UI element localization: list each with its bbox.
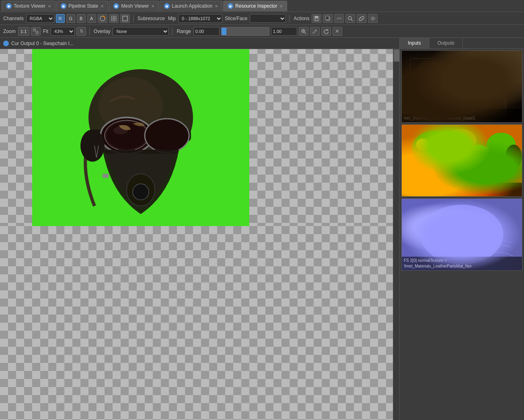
svg-point-59 bbox=[416, 139, 429, 151]
svg-point-62 bbox=[443, 159, 468, 178]
slice-face-label: Slice/Face bbox=[224, 16, 248, 21]
tab-launch-application[interactable]: ▣ Launch Application ✕ bbox=[160, 1, 222, 11]
color-picker-button[interactable] bbox=[310, 27, 320, 36]
svg-point-46 bbox=[425, 78, 462, 110]
tab-label-texture-viewer: Texture Viewer bbox=[14, 3, 45, 9]
mip-label: Mip bbox=[167, 16, 177, 21]
svg-point-11 bbox=[348, 16, 351, 20]
range-min-input[interactable] bbox=[193, 27, 220, 36]
tab-icon-mesh-viewer: ▣ bbox=[113, 3, 119, 9]
reset-button[interactable] bbox=[321, 27, 331, 36]
svg-point-52 bbox=[458, 144, 495, 176]
tab-outputs[interactable]: Outputs bbox=[429, 38, 463, 48]
texture-item-normal[interactable]: FS 2[0] normalTexture = !lmet_Materials_… bbox=[401, 198, 522, 271]
svg-rect-1 bbox=[111, 16, 113, 18]
svg-point-44 bbox=[462, 89, 508, 116]
right-panel: Inputs Outputs bbox=[399, 38, 524, 420]
settings-button[interactable] bbox=[368, 14, 378, 23]
roughness-slot: FS 1[0] bbox=[404, 184, 417, 189]
tab-label-mesh-viewer: Mesh Viewer bbox=[121, 3, 149, 9]
svg-rect-3 bbox=[111, 19, 113, 21]
hue-circle-button[interactable] bbox=[98, 14, 107, 23]
tab-close-resource-inspector[interactable]: ✕ bbox=[279, 4, 283, 8]
svg-line-23 bbox=[316, 30, 316, 31]
channel-a-button[interactable]: A bbox=[87, 14, 96, 23]
save-button[interactable] bbox=[312, 14, 321, 23]
slice-face-select[interactable] bbox=[250, 14, 286, 23]
roughness-texture-viz bbox=[402, 125, 522, 196]
scrollbar-thumb[interactable] bbox=[394, 49, 399, 62]
svg-point-58 bbox=[497, 161, 522, 192]
tab-resource-inspector[interactable]: ▣ Resource Inspector ✕ bbox=[223, 1, 287, 11]
svg-point-41 bbox=[427, 69, 477, 113]
zoom-updown-button[interactable]: ⇅ bbox=[76, 27, 86, 36]
svg-point-61 bbox=[488, 156, 498, 165]
svg-point-37 bbox=[80, 130, 105, 162]
tab-close-texture-viewer[interactable]: ✕ bbox=[48, 4, 51, 8]
normal-slot: FS 2[0] bbox=[404, 258, 417, 263]
separator4 bbox=[172, 27, 173, 35]
zoom-1-1-button[interactable]: 1:1 bbox=[18, 27, 29, 36]
channels-select[interactable]: RGBA bbox=[26, 14, 54, 23]
tab-inputs[interactable]: Inputs bbox=[400, 38, 429, 48]
tab-bar: ▣ Texture Viewer ✕ ▣ Pipeline State ✕ ▣ … bbox=[0, 0, 524, 12]
subresource-label: Subresource bbox=[137, 16, 166, 21]
roughness-texture-label: FS 1[0] roughnessTexture = Materials_Lea… bbox=[402, 183, 522, 196]
tab-close-mesh-viewer[interactable]: ✕ bbox=[151, 4, 154, 8]
fit-button[interactable] bbox=[31, 27, 41, 36]
tab-mesh-viewer[interactable]: ▣ Mesh Viewer ✕ bbox=[109, 1, 159, 11]
zoom-percent-select[interactable]: 43% 25% 50% 100% bbox=[51, 27, 75, 36]
svg-rect-10 bbox=[325, 16, 329, 20]
channels-label: Channels bbox=[2, 16, 25, 21]
code-view-button[interactable]: </> bbox=[334, 14, 344, 23]
tab-pipeline-state[interactable]: ▣ Pipeline State ✕ bbox=[56, 1, 108, 11]
zoom-in-button[interactable] bbox=[299, 27, 308, 36]
svg-point-53 bbox=[410, 163, 443, 190]
grid-pattern-button[interactable] bbox=[109, 14, 119, 23]
viewport-scrollbar[interactable] bbox=[393, 49, 399, 420]
link-button[interactable] bbox=[357, 14, 366, 23]
tab-texture-viewer[interactable]: ▣ Texture Viewer ✕ bbox=[2, 1, 55, 11]
svg-point-42 bbox=[472, 55, 514, 86]
svg-point-67 bbox=[447, 211, 489, 243]
diffuse-filename: met_Materials_LeatherPartsMat_BaseC bbox=[404, 116, 475, 120]
svg-rect-65 bbox=[402, 199, 522, 270]
helmet-render bbox=[32, 49, 249, 226]
main-area: Cur Output 0 - Swapchain I... bbox=[0, 38, 524, 420]
mip-select[interactable]: 0 - 1888x1072 bbox=[178, 14, 222, 23]
svg-rect-7 bbox=[315, 16, 318, 18]
svg-rect-16 bbox=[36, 32, 38, 34]
normal-texture-label: FS 2[0] normalTexture = !lmet_Materials_… bbox=[402, 257, 522, 270]
svg-point-49 bbox=[491, 57, 512, 76]
find-button[interactable] bbox=[345, 14, 355, 23]
svg-point-69 bbox=[472, 233, 497, 252]
copy-button[interactable] bbox=[323, 14, 333, 23]
panel-tabs: Inputs Outputs bbox=[400, 38, 524, 49]
svg-rect-50 bbox=[402, 125, 522, 196]
svg-point-45 bbox=[443, 57, 493, 101]
close-range-button[interactable]: ✕ bbox=[333, 27, 342, 36]
diffuse-texture-viz bbox=[402, 51, 522, 122]
channel-g-button[interactable]: G bbox=[66, 14, 75, 23]
separator3 bbox=[89, 27, 90, 35]
svg-point-14 bbox=[371, 16, 375, 21]
svg-rect-4 bbox=[114, 19, 116, 21]
texture-item-roughness[interactable]: FS 1[0] roughnessTexture = Materials_Lea… bbox=[401, 124, 522, 197]
tab-close-pipeline-state[interactable]: ✕ bbox=[101, 4, 104, 8]
actions-label: Actions bbox=[293, 16, 310, 21]
svg-point-40 bbox=[443, 57, 510, 109]
channel-b-button[interactable]: B bbox=[77, 14, 86, 23]
range-max-input[interactable] bbox=[271, 27, 297, 36]
tab-close-launch-application[interactable]: ✕ bbox=[215, 4, 218, 8]
svg-point-55 bbox=[464, 175, 506, 194]
range-slider[interactable] bbox=[221, 27, 269, 36]
overlay-select[interactable]: None bbox=[113, 27, 169, 36]
svg-rect-64 bbox=[402, 199, 522, 270]
texture-item-diffuse[interactable]: FS 0[0] diffuseTexture = met_Materials_L… bbox=[401, 50, 522, 123]
panel-content: FS 0[0] diffuseTexture = met_Materials_L… bbox=[400, 49, 524, 420]
alpha-square-button[interactable] bbox=[120, 14, 130, 23]
channel-r-button[interactable]: R bbox=[56, 14, 65, 23]
normal-filename: !lmet_Materials_LeatherPartsMat_Nor bbox=[404, 264, 472, 268]
texture-viewport[interactable]: Cur Output 0 - Swapchain I... bbox=[0, 38, 399, 420]
fit-label: Fit bbox=[42, 29, 49, 34]
